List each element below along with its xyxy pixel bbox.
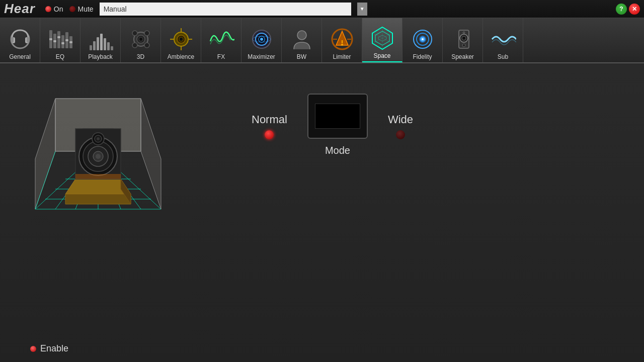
svg-rect-18 — [93, 41, 96, 50]
svg-rect-20 — [100, 34, 103, 50]
svg-rect-19 — [97, 37, 99, 50]
maximizer-icon — [249, 26, 275, 52]
svg-marker-80 — [141, 99, 161, 209]
svg-rect-22 — [107, 42, 110, 50]
wide-mode-label: Wide — [388, 113, 413, 126]
tab-fx-label: FX — [217, 53, 225, 60]
mode-display-inner — [315, 104, 360, 129]
normal-mode-indicator — [265, 130, 274, 139]
svg-point-43 — [297, 31, 306, 40]
close-button[interactable]: ✕ — [629, 4, 640, 15]
tab-general-label: General — [9, 53, 31, 60]
on-label: On — [54, 5, 63, 13]
fx-icon — [208, 26, 234, 52]
svg-marker-79 — [35, 99, 55, 209]
dropdown-arrow-button[interactable]: ▼ — [357, 3, 367, 16]
svg-point-94 — [97, 137, 100, 140]
tab-maximizer-label: Maximizer — [248, 53, 275, 60]
svg-point-33 — [179, 37, 183, 41]
tab-fx[interactable]: FX — [201, 18, 242, 62]
tab-fidelity-label: Fidelity — [413, 53, 432, 60]
tab-general[interactable]: General — [0, 18, 40, 62]
tab-eq[interactable]: EQ — [40, 18, 80, 62]
3d-icon — [128, 26, 154, 52]
svg-point-28 — [144, 31, 149, 36]
tab-maximizer[interactable]: Maximizer — [242, 18, 282, 62]
tab-fidelity[interactable]: Fidelity — [403, 18, 443, 62]
ambience-icon — [168, 26, 194, 52]
tab-space[interactable]: Space — [362, 18, 403, 62]
svg-rect-17 — [90, 45, 92, 50]
svg-point-26 — [139, 37, 143, 41]
on-indicator — [45, 6, 51, 12]
svg-rect-21 — [104, 38, 106, 50]
window-controls: ? ✕ — [616, 4, 640, 15]
sub-icon — [490, 26, 516, 52]
svg-rect-7 — [57, 31, 60, 48]
svg-point-46 — [341, 44, 343, 46]
speaker-visualization — [20, 78, 176, 219]
tab-limiter[interactable]: Limiter — [322, 18, 362, 62]
svg-point-30 — [144, 43, 149, 48]
svg-rect-11 — [49, 38, 52, 40]
general-icon — [7, 26, 33, 52]
tab-bw-label: BW — [297, 53, 306, 60]
app-title: Hear — [4, 1, 35, 17]
mute-indicator — [69, 6, 75, 12]
svg-rect-13 — [57, 36, 60, 38]
header: Hear On Mute ▼ ? ✕ — [0, 0, 644, 18]
normal-mode-label: Normal — [252, 113, 287, 126]
svg-rect-8 — [61, 35, 64, 48]
tab-space-label: Space — [373, 52, 390, 59]
tab-speaker-label: Speaker — [451, 53, 474, 60]
playback-icon — [88, 26, 114, 52]
tab-playback-label: Playback — [88, 53, 113, 60]
enable-label: Enable — [40, 343, 68, 354]
space-icon — [369, 25, 395, 51]
tab-ambience[interactable]: Ambience — [161, 18, 201, 62]
svg-point-58 — [422, 38, 424, 40]
svg-rect-4 — [27, 37, 29, 42]
svg-marker-83 — [65, 194, 131, 204]
svg-point-62 — [462, 44, 465, 47]
mode-controls: Normal Mode Wide — [252, 94, 413, 159]
tab-sub[interactable]: Sub — [483, 18, 523, 62]
svg-point-27 — [132, 31, 137, 36]
tab-sub-label: Sub — [498, 53, 508, 60]
svg-rect-12 — [53, 40, 56, 42]
wide-mode-indicator — [396, 130, 405, 139]
tab-limiter-label: Limiter — [333, 53, 351, 60]
enable-section: Enable — [30, 343, 68, 354]
tab-bw[interactable]: BW — [282, 18, 322, 62]
tab-3d[interactable]: 3D — [121, 18, 161, 62]
tab-3d-label: 3D — [137, 53, 144, 60]
tab-ambience-label: Ambience — [168, 53, 194, 60]
svg-rect-15 — [65, 39, 68, 41]
on-button[interactable]: On — [45, 5, 63, 13]
bw-icon — [289, 26, 315, 52]
tab-speaker[interactable]: Speaker — [443, 18, 483, 62]
svg-point-41 — [260, 38, 263, 41]
mute-button[interactable]: Mute — [69, 5, 94, 13]
tab-playback[interactable]: Playback — [80, 18, 121, 62]
mode-text-label: Mode — [325, 145, 350, 156]
preset-input[interactable] — [100, 3, 351, 16]
svg-rect-14 — [61, 42, 64, 44]
main-content: Normal Mode Wide Enable — [0, 63, 644, 362]
tab-eq-label: EQ — [56, 53, 64, 60]
wide-mode-option[interactable]: Wide — [388, 113, 413, 139]
eq-icon — [47, 26, 73, 52]
svg-point-63 — [463, 32, 465, 34]
speaker-icon — [450, 26, 476, 52]
svg-point-29 — [132, 43, 137, 48]
normal-mode-option[interactable]: Normal — [252, 113, 287, 139]
help-button[interactable]: ? — [616, 4, 627, 15]
limiter-icon — [329, 26, 355, 52]
svg-marker-95 — [75, 174, 121, 179]
enable-indicator — [30, 346, 36, 352]
svg-rect-3 — [11, 37, 14, 42]
svg-rect-23 — [111, 46, 113, 50]
mode-display-box[interactable] — [307, 94, 368, 139]
svg-point-91 — [96, 154, 101, 159]
svg-rect-16 — [69, 41, 72, 43]
